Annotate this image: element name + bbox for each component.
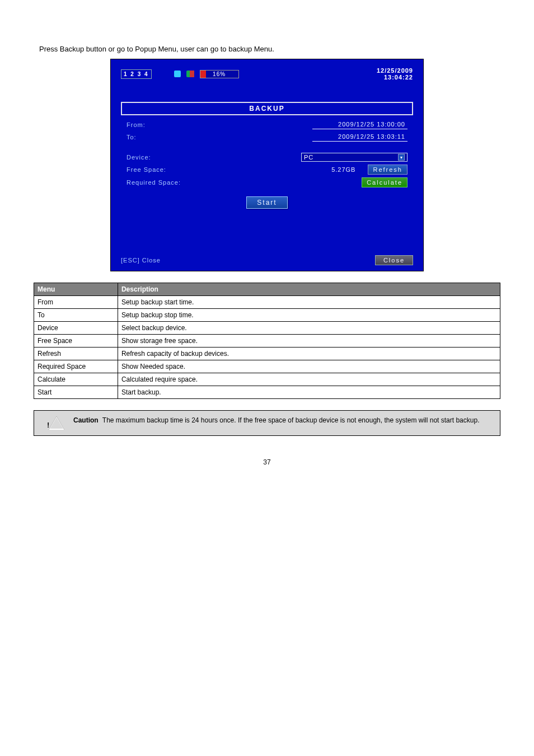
warning-icon [49,416,64,430]
channel-indicator: 1 2 3 4 [121,69,152,79]
caution-text: The maximum backup time is 24 hours once… [102,416,480,424]
disk-usage-bar: 16% [200,70,239,78]
table-cell-desc: Select backup device. [118,322,500,335]
status-date: 12/25/2009 [377,67,413,74]
free-space-value: 5.27GB [329,165,361,174]
page-number: 37 [34,458,500,466]
table-cell-menu: Start [34,386,118,399]
table-cell-menu: To [34,309,118,322]
table-row: Required SpaceShow Needed space. [34,360,500,373]
table-cell-desc: Calculated require space. [118,373,500,386]
table-cell-desc: Show storage free space. [118,335,500,348]
table-row: StartStart backup. [34,386,500,399]
description-table: Menu Description FromSetup backup start … [34,283,500,399]
intro-text: Press Backup button or go to Popup Menu,… [39,45,500,53]
table-cell-menu: Calculate [34,373,118,386]
from-field[interactable]: 2009/12/25 13:00:00 [312,120,407,129]
close-button[interactable]: Close [375,255,413,265]
device-select[interactable]: PC ▾ [301,153,407,162]
table-cell-desc: Show Needed space. [118,360,500,373]
table-cell-menu: Required Space [34,360,118,373]
table-row: FromSetup backup start time. [34,296,500,309]
caution-box: ! Caution The maximum backup time is 24 … [34,410,500,436]
from-label: From: [127,121,210,128]
table-cell-desc: Refresh capacity of backup devices. [118,348,500,360]
table-cell-desc: Start backup. [118,386,500,399]
caution-label: Caution [73,416,99,424]
table-cell-menu: Refresh [34,348,118,360]
required-space-label: Required Space: [127,179,238,186]
table-header-desc: Description [118,283,500,296]
status-time: 13:04:22 [377,74,413,81]
refresh-button[interactable]: Refresh [368,165,407,175]
table-cell-menu: Free Space [34,335,118,348]
table-row: Free SpaceShow storage free space. [34,335,500,348]
table-cell-desc: Setup backup stop time. [118,309,500,322]
to-label: To: [127,134,210,140]
table-cell-menu: From [34,296,118,309]
table-header-menu: Menu [34,283,118,296]
table-cell-menu: Device [34,322,118,335]
mouse-icon [174,71,181,77]
table-row: ToSetup backup stop time. [34,309,500,322]
esc-hint: [ESC] Close [121,257,161,264]
start-button[interactable]: Start [246,196,287,209]
table-row: RefreshRefresh capacity of backup device… [34,348,500,360]
free-space-label: Free Space: [127,166,210,173]
chevron-down-icon: ▾ [398,154,405,161]
device-label: Device: [127,154,210,161]
dvr-screenshot: 1 2 3 4 16% 12/25/2009 13:04:22 BACKUP F… [110,59,424,271]
table-cell-desc: Setup backup start time. [118,296,500,309]
table-row: CalculateCalculated require space. [34,373,500,386]
to-field[interactable]: 2009/12/25 13:03:11 [312,132,407,142]
table-row: DeviceSelect backup device. [34,322,500,335]
panel-title: BACKUP [121,102,413,115]
calculate-button[interactable]: Calculate [362,177,407,187]
network-icon-2 [190,71,194,77]
